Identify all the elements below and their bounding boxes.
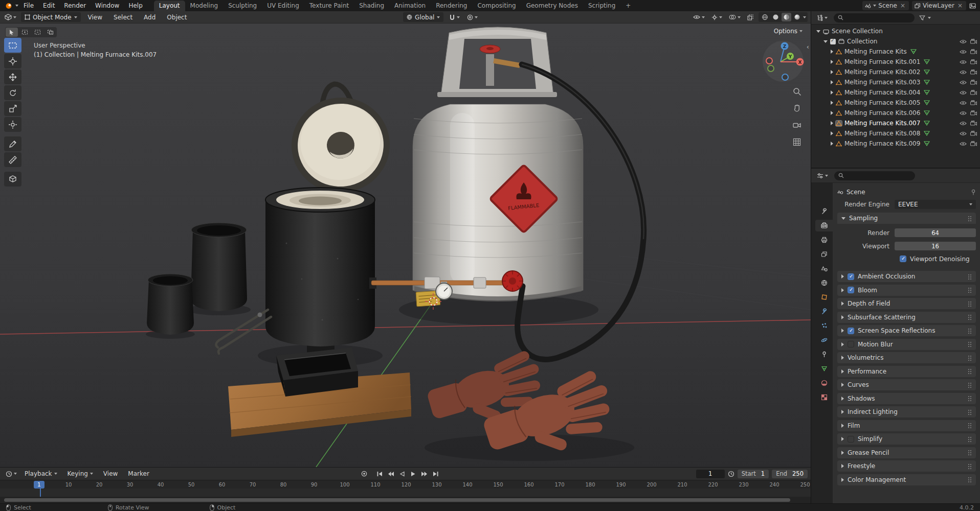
timeline-scrollbar[interactable] <box>4 498 790 502</box>
drag-handle[interactable] <box>968 382 972 388</box>
disclosure-icon[interactable] <box>831 142 833 146</box>
gizmo-dropdown[interactable] <box>710 13 724 21</box>
disclosure-icon[interactable] <box>831 60 833 64</box>
outliner-object-row[interactable]: Melting Furnace Kits.007 <box>811 118 980 128</box>
disclosure-icon[interactable] <box>831 80 833 84</box>
add-cube-tool[interactable] <box>4 172 21 187</box>
timeline-ruler[interactable]: 1020304050607080901001101201301401501601… <box>0 480 811 489</box>
workspace-tab[interactable]: Compositing <box>472 1 521 11</box>
properties-search-input[interactable] <box>834 171 915 180</box>
tab-object[interactable] <box>815 291 833 303</box>
disclosure-icon[interactable] <box>831 50 833 54</box>
playhead-line[interactable] <box>40 489 41 497</box>
tab-view-layer[interactable] <box>815 248 833 260</box>
snap-toggle[interactable] <box>448 13 461 21</box>
xray-toggle[interactable] <box>746 13 755 21</box>
section-checkbox[interactable] <box>848 436 854 443</box>
section-checkbox[interactable] <box>848 287 854 293</box>
viewlayer-selector[interactable]: ViewLayer <box>912 1 966 10</box>
drag-handle[interactable] <box>968 450 972 455</box>
drag-handle[interactable] <box>968 409 972 415</box>
pan-hand-icon[interactable] <box>791 103 803 114</box>
outliner-object-row[interactable]: Melting Furnace Kits.004 <box>811 87 980 98</box>
properties-section[interactable]: Motion Blur <box>837 339 976 350</box>
drag-handle[interactable] <box>968 341 972 347</box>
render-engine-select[interactable]: EEVEE <box>895 200 976 209</box>
workspace-tab[interactable]: + <box>620 1 636 11</box>
workspace-tab[interactable]: Shading <box>354 1 389 11</box>
eye-icon[interactable] <box>960 142 967 146</box>
pin-icon[interactable] <box>971 189 976 195</box>
shading-wireframe-button[interactable] <box>760 13 770 21</box>
timeline-menu[interactable]: View <box>99 469 122 478</box>
disclosure-icon[interactable] <box>831 131 833 135</box>
zoom-icon[interactable] <box>791 86 803 97</box>
disclosure-icon[interactable] <box>823 40 828 43</box>
drag-handle[interactable] <box>968 355 972 361</box>
properties-section[interactable]: Depth of Field <box>837 298 976 309</box>
editor-type-button[interactable] <box>3 13 18 21</box>
workspace-tab[interactable]: Animation <box>389 1 431 11</box>
tab-modifiers[interactable] <box>815 306 833 317</box>
drag-handle[interactable] <box>968 314 972 320</box>
transform-tool[interactable] <box>4 117 21 132</box>
disclosure-icon[interactable] <box>831 121 833 125</box>
eye-icon[interactable] <box>960 90 967 95</box>
disclosure-icon[interactable] <box>816 30 820 33</box>
drag-handle[interactable] <box>968 477 972 482</box>
select-mode-extend-button[interactable] <box>18 28 31 37</box>
topbar-menu[interactable]: Edit <box>39 1 59 10</box>
shading-rendered-button[interactable] <box>792 13 802 21</box>
outliner-object-row[interactable]: Melting Furnace Kits.001 <box>811 57 980 67</box>
blender-logo-icon[interactable] <box>4 3 13 9</box>
section-checkbox[interactable] <box>848 273 854 280</box>
eye-icon[interactable] <box>960 39 967 44</box>
camera-icon[interactable] <box>970 121 977 126</box>
orientation-dropdown[interactable]: Global <box>403 12 443 22</box>
outliner-search-input[interactable] <box>834 13 915 22</box>
viewport-menu[interactable]: Object <box>163 13 191 22</box>
frame-end-field[interactable]: End 250 <box>772 470 808 478</box>
outliner-object-row[interactable]: Melting Furnace Kits.003 <box>811 77 980 87</box>
unlink-scene-button[interactable] <box>899 2 906 9</box>
section-checkbox[interactable] <box>848 328 854 334</box>
outliner-collection[interactable]: Collection <box>811 36 980 47</box>
camera-icon[interactable] <box>970 141 977 146</box>
measure-tool[interactable] <box>4 152 21 167</box>
ortho-grid-icon[interactable] <box>791 136 803 148</box>
shading-solid-button[interactable] <box>771 13 781 21</box>
topbar-menu[interactable]: Render <box>60 1 90 10</box>
drag-handle[interactable] <box>968 216 972 221</box>
eye-icon[interactable] <box>960 80 967 85</box>
tab-data[interactable] <box>815 363 833 375</box>
camera-view-icon[interactable] <box>791 120 803 131</box>
move-tool[interactable] <box>4 69 21 84</box>
properties-section[interactable]: Screen Space Reflections <box>837 325 976 336</box>
visibility-dropdown[interactable] <box>692 14 706 20</box>
drag-handle[interactable] <box>968 287 972 293</box>
render-samples-field[interactable]: 64 <box>895 228 976 237</box>
workspace-tab[interactable]: Sculpting <box>223 1 262 11</box>
navigation-gizmo[interactable]: Z Y X <box>762 40 805 83</box>
tab-particles[interactable] <box>815 320 833 332</box>
tab-physics[interactable] <box>815 334 833 346</box>
play-reverse-button[interactable] <box>398 470 407 478</box>
prev-keyframe-button[interactable] <box>386 470 396 478</box>
drag-handle[interactable] <box>968 368 972 374</box>
select-mode-set-button[interactable] <box>6 28 18 37</box>
properties-section[interactable]: Indirect Lighting <box>837 406 976 417</box>
outliner-object-row[interactable]: Melting Furnace Kits.009 <box>811 138 980 149</box>
properties-section[interactable]: Film <box>837 420 976 431</box>
disclosure-icon[interactable] <box>831 70 833 74</box>
outliner-object-row[interactable]: Melting Furnace Kits.006 <box>811 108 980 118</box>
viewport-menu[interactable]: Select <box>109 13 137 22</box>
properties-section[interactable]: Subsurface Scattering <box>837 312 976 323</box>
outliner-editor-button[interactable] <box>815 14 829 22</box>
tab-render[interactable] <box>815 220 833 231</box>
workspace-tab[interactable]: Geometry Nodes <box>521 1 583 11</box>
select-mode-subtract-button[interactable] <box>31 28 43 37</box>
outliner-object-row[interactable]: Melting Furnace Kits <box>811 47 980 57</box>
viewport-menu[interactable]: Add <box>140 13 160 22</box>
scene-selector[interactable]: Scene <box>862 1 909 10</box>
drag-handle[interactable] <box>968 301 972 307</box>
